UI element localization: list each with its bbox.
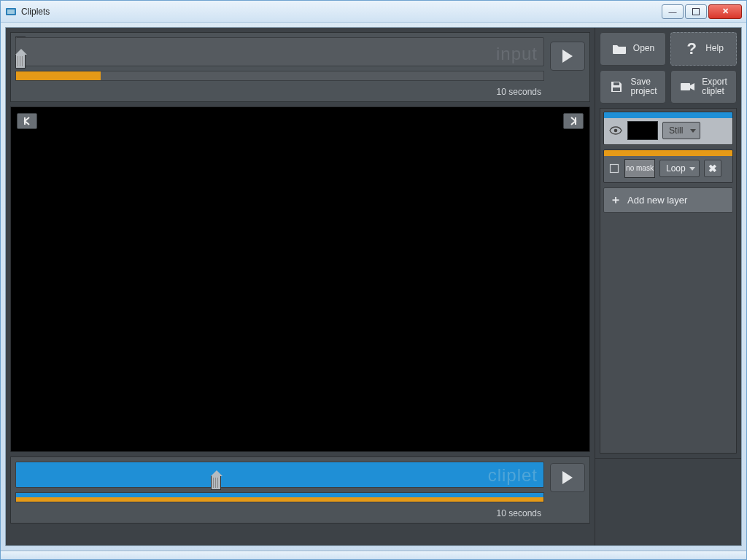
window-title: Cliplets (21, 7, 50, 17)
close-button[interactable]: ✕ (708, 4, 742, 19)
main-toolbar: Open ? Help Save project (595, 28, 741, 108)
window-controls: — ✕ (660, 4, 742, 19)
maximize-button[interactable] (685, 4, 707, 19)
prev-frame-button[interactable] (17, 113, 37, 129)
layer-item[interactable]: no mask Loop ✖ (603, 149, 733, 183)
export-cliplet-button[interactable]: Export cliplet (670, 70, 737, 104)
input-timeline-panel: input 10 seconds (10, 32, 590, 102)
svg-rect-5 (681, 83, 690, 90)
cliplet-playhead-handle[interactable] (211, 475, 221, 490)
play-icon (562, 471, 573, 484)
svg-rect-1 (7, 9, 15, 14)
cliplet-timeline-track[interactable]: cliplet (15, 462, 544, 488)
input-loaded-track[interactable] (15, 71, 544, 81)
visibility-toggle[interactable] (608, 125, 623, 136)
export-cliplet-label: Export cliplet (702, 77, 727, 96)
play-icon (562, 50, 573, 63)
right-column: Open ? Help Save project (595, 28, 741, 545)
app-body: input 10 seconds (5, 27, 742, 546)
next-frame-button[interactable] (563, 113, 584, 129)
layer-type-select[interactable]: Loop (659, 160, 700, 177)
save-project-label: Save project (630, 77, 657, 96)
save-icon (608, 80, 624, 93)
help-label: Help (705, 44, 724, 53)
open-label: Open (633, 44, 654, 53)
app-icon (5, 6, 17, 18)
layer-type-select[interactable]: Still (662, 122, 700, 139)
layer-thumbnail[interactable] (627, 121, 658, 140)
plus-icon: ＋ (610, 192, 622, 208)
os-taskbar-edge (1, 551, 746, 559)
layer-accent (604, 150, 732, 156)
open-button[interactable]: Open (600, 32, 666, 66)
svg-point-6 (614, 129, 618, 133)
svg-rect-2 (693, 8, 700, 15)
help-icon: ? (684, 40, 700, 58)
cliplet-play-button[interactable] (550, 463, 585, 492)
save-project-button[interactable]: Save project (600, 70, 666, 104)
input-duration-label: 10 seconds (15, 85, 544, 97)
help-button[interactable]: ? Help (670, 32, 737, 66)
input-timeline-track[interactable]: input (15, 37, 544, 66)
input-watermark: input (496, 44, 538, 64)
preview-viewport[interactable] (10, 106, 590, 452)
add-layer-button[interactable]: ＋ Add new layer (603, 187, 733, 213)
app-window: Cliplets — ✕ input (0, 0, 747, 560)
titlebar[interactable]: Cliplets — ✕ (1, 1, 746, 23)
layer-item[interactable]: Still (603, 112, 733, 145)
input-play-button[interactable] (550, 42, 585, 71)
svg-rect-3 (614, 82, 619, 85)
layer-accent (604, 112, 732, 118)
left-column: input 10 seconds (6, 28, 595, 545)
layers-panel: Still no mask Loop (600, 108, 737, 454)
delete-layer-button[interactable]: ✖ (704, 160, 721, 177)
input-playhead-handle[interactable] (15, 54, 26, 69)
cliplet-segments-track[interactable] (15, 492, 544, 502)
svg-rect-4 (613, 88, 620, 91)
add-layer-label: Add new layer (627, 195, 687, 206)
cliplet-duration-label: 10 seconds (15, 507, 544, 518)
cliplet-timeline-panel: cliplet 10 seconds (10, 456, 590, 524)
folder-icon (611, 43, 627, 55)
camera-icon (680, 82, 696, 92)
layer-mask-thumbnail[interactable]: no mask (624, 159, 655, 178)
right-bottom-empty (595, 458, 741, 545)
minimize-button[interactable]: — (662, 4, 684, 19)
svg-rect-7 (611, 165, 619, 173)
visibility-toggle[interactable] (608, 163, 620, 174)
